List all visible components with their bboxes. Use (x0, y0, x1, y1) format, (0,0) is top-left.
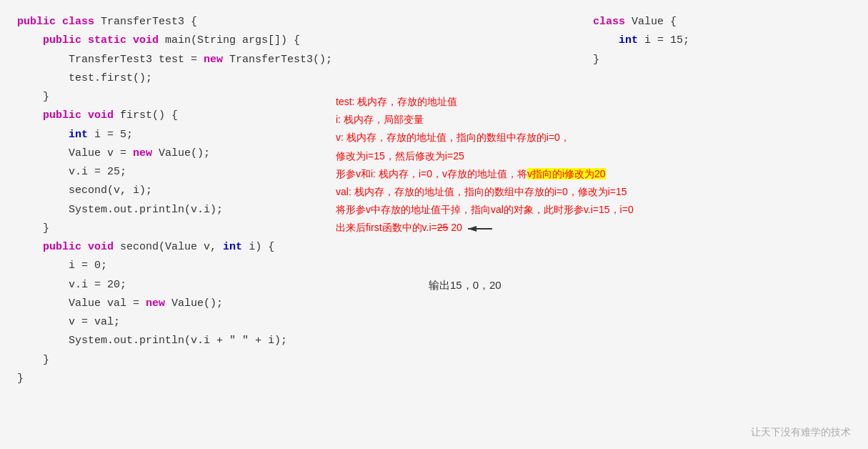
comment-line-1: test: 栈内存，存放的地址值 (336, 93, 634, 111)
arrow-icon (465, 222, 494, 236)
comment-line-6: val: 栈内存，存放的地址值，指向的数组中存放的i=0，修改为i=15 (336, 183, 634, 201)
comment-line-7: 将形参v中存放的地址值干掉，指向val的对象，此时形参v.i=15，i=0 (336, 201, 634, 219)
watermark: 让天下没有难学的技术 (751, 426, 851, 439)
comment-line-2: i: 栈内存，局部变量 (336, 111, 634, 129)
code-area: public class TransferTest3 { public stat… (0, 0, 868, 449)
output-note: 输出15，0，20 (429, 279, 502, 292)
comment-line-4: 修改为i=15，然后修改为i=25 (336, 147, 634, 165)
comment-line-3: v: 栈内存，存放的地址值，指向的数组中存放的i=0， (336, 129, 634, 147)
main-code: public class TransferTest3 { public stat… (17, 13, 332, 388)
right-class: class Value { int i = 15; } (593, 13, 689, 69)
comment-line-8: 出来后first函数中的v.i=25 20 (336, 219, 634, 237)
annotation-comments: test: 栈内存，存放的地址值 i: 栈内存，局部变量 v: 栈内存，存放的地… (336, 93, 634, 237)
comment-line-5: 形参v和i: 栈内存，i=0，v存放的地址值，将v指向的i修改为20 (336, 165, 634, 183)
